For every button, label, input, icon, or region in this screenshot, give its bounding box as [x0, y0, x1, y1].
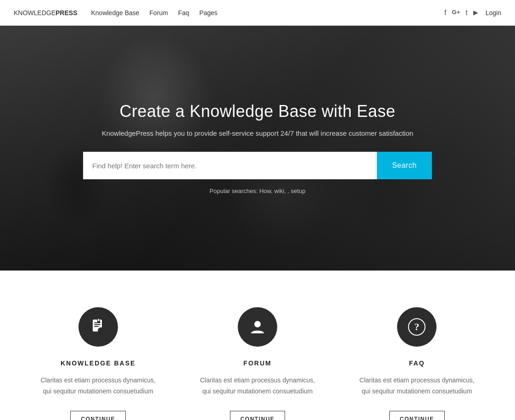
nav-pages[interactable]: Pages [199, 9, 218, 17]
forum-feature: FORUM Claritas est etiam processus dynam… [178, 307, 337, 420]
nav-knowledge-base[interactable]: Knowledge Base [91, 9, 139, 17]
forum-continue-button[interactable]: CONTINUE [230, 411, 285, 420]
features-section: KNOWLEDGE BASE Claritas est etiam proces… [0, 271, 515, 420]
logo-knowledge: KNOWLEDGE [14, 9, 56, 17]
svg-rect-1 [94, 322, 101, 323]
features-grid: KNOWLEDGE BASE Claritas est etiam proces… [18, 307, 497, 420]
search-input[interactable] [83, 152, 377, 179]
question-icon: ? [408, 318, 426, 336]
navbar: KNOWLEDGEPRESS Knowledge Base Forum Faq … [0, 0, 515, 26]
svg-rect-6 [98, 319, 99, 321]
knowledge-base-title: KNOWLEDGE BASE [61, 359, 135, 367]
navbar-left: KNOWLEDGEPRESS Knowledge Base Forum Faq … [14, 9, 218, 17]
hero-section: Create a Knowledge Base with Ease Knowle… [0, 26, 515, 271]
twitter-icon[interactable]: t [465, 9, 467, 17]
svg-rect-3 [94, 326, 99, 327]
login-link[interactable]: Login [486, 9, 501, 17]
knowledge-base-desc: Claritas est etiam processus dynamicus, … [37, 375, 159, 397]
hero-title: Create a Knowledge Base with Ease [83, 102, 432, 121]
nav-forum[interactable]: Forum [150, 9, 168, 17]
forum-icon-circle [238, 307, 277, 347]
popular-searches: Popular searches: How, wiki, , setup [83, 188, 432, 194]
hero-content: Create a Knowledge Base with Ease Knowle… [74, 102, 441, 194]
svg-point-7 [254, 321, 261, 327]
search-bar: Search [83, 152, 432, 179]
nav-links: Knowledge Base Forum Faq Pages [91, 9, 217, 17]
svg-text:?: ? [414, 321, 420, 332]
navbar-right: f G+ t ▶ Login [444, 9, 501, 17]
knowledge-base-feature: KNOWLEDGE BASE Claritas est etiam proces… [18, 307, 178, 420]
faq-feature: ? FAQ Claritas est etiam processus dynam… [337, 307, 497, 420]
social-icons: f G+ t ▶ [444, 9, 478, 17]
document-icon [89, 318, 107, 336]
faq-icon-circle: ? [397, 307, 437, 347]
knowledge-base-icon-circle [78, 307, 118, 347]
youtube-icon[interactable]: ▶ [473, 9, 478, 17]
svg-point-4 [98, 327, 104, 334]
search-button[interactable]: Search [377, 152, 432, 179]
facebook-icon[interactable]: f [444, 9, 446, 17]
hero-subtitle: KnowledgePress helps you to provide self… [83, 129, 432, 137]
logo[interactable]: KNOWLEDGEPRESS [14, 9, 77, 17]
svg-rect-2 [94, 324, 101, 325]
forum-title: FORUM [243, 359, 271, 367]
logo-press: PRESS [56, 9, 77, 17]
faq-desc: Claritas est etiam processus dynamicus, … [356, 375, 478, 397]
nav-faq[interactable]: Faq [178, 9, 189, 17]
knowledge-base-continue-button[interactable]: CONTINUE [70, 411, 126, 420]
faq-continue-button[interactable]: CONTINUE [389, 411, 445, 420]
person-icon [248, 318, 267, 336]
faq-title: FAQ [409, 359, 425, 367]
forum-desc: Claritas est etiam processus dynamicus, … [196, 375, 319, 397]
google-plus-icon[interactable]: G+ [452, 9, 460, 17]
